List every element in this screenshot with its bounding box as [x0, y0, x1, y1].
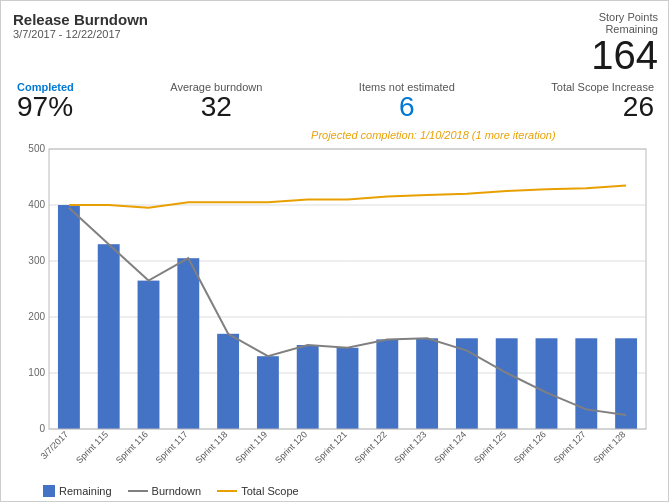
metric-total-scope: Total Scope Increase 26	[551, 81, 654, 121]
chart-legend: Remaining Burndown Total Scope	[13, 485, 658, 497]
burndown-chart	[13, 127, 658, 481]
legend-burndown-label: Burndown	[152, 485, 202, 497]
legend-total-scope: Total Scope	[217, 485, 298, 497]
items-value: 6	[399, 93, 415, 121]
avg-value: 32	[201, 93, 232, 121]
legend-burndown-icon	[128, 490, 148, 492]
metric-items-not-estimated: Items not estimated 6	[359, 81, 455, 121]
chart-area: Projected completion: 1/10/2018 (1 more …	[13, 127, 658, 481]
metric-avg-burndown: Average burndown 32	[170, 81, 262, 121]
legend-burndown: Burndown	[128, 485, 202, 497]
sp-label-line1: Story Points	[591, 11, 658, 23]
legend-scope-label: Total Scope	[241, 485, 298, 497]
title-block: Release Burndown 3/7/2017 - 12/22/2017	[13, 11, 148, 40]
header-row: Release Burndown 3/7/2017 - 12/22/2017 S…	[13, 11, 658, 75]
legend-remaining-icon	[43, 485, 55, 497]
date-range: 3/7/2017 - 12/22/2017	[13, 28, 148, 40]
metric-completed: Completed 97%	[17, 81, 74, 121]
metrics-row: Completed 97% Average burndown 32 Items …	[13, 81, 658, 121]
legend-remaining: Remaining	[43, 485, 112, 497]
chart-title: Release Burndown	[13, 11, 148, 28]
scope-value: 26	[623, 93, 654, 121]
sp-value: 164	[591, 33, 658, 77]
legend-scope-icon	[217, 490, 237, 492]
legend-remaining-label: Remaining	[59, 485, 112, 497]
completed-value: 97%	[17, 93, 73, 121]
story-points-block: Story Points Remaining 164	[591, 11, 658, 75]
